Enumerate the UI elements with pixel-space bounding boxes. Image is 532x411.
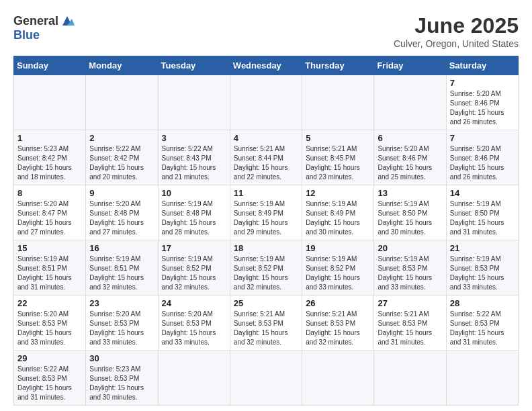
sunrise-text: Sunrise: 5:19 AM xyxy=(234,255,298,264)
daylight-hours: Daylight: 15 hours xyxy=(450,218,515,228)
logo: General Blue xyxy=(13,13,75,42)
daylight-hours: Daylight: 15 hours xyxy=(89,163,154,173)
day-number: 19 xyxy=(306,243,370,253)
daylight-hours: Daylight: 15 hours xyxy=(17,273,82,283)
sunset-text: Sunset: 8:43 PM xyxy=(162,154,226,163)
table-row: 21Sunrise: 5:19 AMSunset: 8:53 PMDayligh… xyxy=(446,240,518,295)
daylight-minutes: and 32 minutes. xyxy=(89,283,154,292)
sunset-text: Sunset: 8:53 PM xyxy=(450,264,515,273)
daylight-hours: Daylight: 15 hours xyxy=(17,328,82,338)
day-info: Sunrise: 5:19 AMSunset: 8:52 PMDaylight:… xyxy=(162,255,226,292)
sunset-text: Sunset: 8:53 PM xyxy=(162,319,226,328)
sunrise-text: Sunrise: 5:19 AM xyxy=(378,255,442,264)
day-info: Sunrise: 5:19 AMSunset: 8:51 PMDaylight:… xyxy=(89,255,154,292)
sunrise-text: Sunrise: 5:22 AM xyxy=(450,310,515,319)
daylight-minutes: and 20 minutes. xyxy=(89,173,154,182)
day-info: Sunrise: 5:23 AMSunset: 8:53 PMDaylight:… xyxy=(89,365,154,402)
sunset-text: Sunset: 8:46 PM xyxy=(450,154,515,163)
day-number: 5 xyxy=(306,133,370,143)
table-row xyxy=(14,75,86,130)
sunset-text: Sunset: 8:53 PM xyxy=(17,319,82,328)
sunrise-text: Sunrise: 5:20 AM xyxy=(17,310,82,319)
daylight-hours: Daylight: 15 hours xyxy=(89,218,154,228)
table-row: 6Sunrise: 5:20 AMSunset: 8:46 PMDaylight… xyxy=(374,130,446,185)
table-row: 20Sunrise: 5:19 AMSunset: 8:53 PMDayligh… xyxy=(374,240,446,295)
table-row xyxy=(230,75,302,130)
day-info: Sunrise: 5:23 AMSunset: 8:42 PMDaylight:… xyxy=(17,144,82,182)
daylight-hours: Daylight: 15 hours xyxy=(89,328,154,338)
daylight-hours: Daylight: 15 hours xyxy=(162,218,226,228)
sunrise-text: Sunrise: 5:21 AM xyxy=(306,144,370,154)
sunrise-text: Sunrise: 5:19 AM xyxy=(162,199,226,209)
table-row: 12Sunrise: 5:19 AMSunset: 8:49 PMDayligh… xyxy=(302,185,374,240)
sunset-text: Sunset: 8:42 PM xyxy=(89,154,154,163)
table-row: 13Sunrise: 5:19 AMSunset: 8:50 PMDayligh… xyxy=(374,185,446,240)
daylight-minutes: and 26 minutes. xyxy=(450,118,515,127)
table-row: 3Sunrise: 5:22 AMSunset: 8:43 PMDaylight… xyxy=(158,130,230,185)
sunrise-text: Sunrise: 5:21 AM xyxy=(378,310,442,319)
daylight-minutes: and 33 minutes. xyxy=(17,338,82,347)
day-info: Sunrise: 5:19 AMSunset: 8:52 PMDaylight:… xyxy=(306,255,370,292)
daylight-minutes: and 29 minutes. xyxy=(234,228,298,237)
calendar-row: 15Sunrise: 5:19 AMSunset: 8:51 PMDayligh… xyxy=(14,240,519,295)
sunset-text: Sunset: 8:53 PM xyxy=(234,319,298,328)
daylight-minutes: and 22 minutes. xyxy=(234,173,298,182)
daylight-minutes: and 33 minutes. xyxy=(378,283,442,292)
sunrise-text: Sunrise: 5:19 AM xyxy=(162,255,226,264)
table-row xyxy=(230,351,302,406)
sunset-text: Sunset: 8:44 PM xyxy=(234,154,298,163)
daylight-hours: Daylight: 15 hours xyxy=(378,328,442,338)
daylight-minutes: and 32 minutes. xyxy=(162,283,226,292)
table-row xyxy=(446,351,518,406)
sunrise-text: Sunrise: 5:19 AM xyxy=(378,199,442,209)
table-row xyxy=(158,351,230,406)
day-number: 29 xyxy=(17,353,82,363)
daylight-minutes: and 31 minutes. xyxy=(17,283,82,292)
sunset-text: Sunset: 8:53 PM xyxy=(306,319,370,328)
table-row: 11Sunrise: 5:19 AMSunset: 8:49 PMDayligh… xyxy=(230,185,302,240)
day-info: Sunrise: 5:21 AMSunset: 8:53 PMDaylight:… xyxy=(234,310,298,347)
day-info: Sunrise: 5:19 AMSunset: 8:49 PMDaylight:… xyxy=(306,199,370,237)
sunset-text: Sunset: 8:48 PM xyxy=(162,209,226,218)
sunset-text: Sunset: 8:49 PM xyxy=(234,209,298,218)
logo-blue-text: Blue xyxy=(13,28,40,42)
sunset-text: Sunset: 8:45 PM xyxy=(306,154,370,163)
daylight-minutes: and 26 minutes. xyxy=(450,173,515,182)
logo-icon xyxy=(60,13,75,28)
daylight-hours: Daylight: 15 hours xyxy=(306,218,370,228)
day-info: Sunrise: 5:19 AMSunset: 8:49 PMDaylight:… xyxy=(234,199,298,237)
day-number: 9 xyxy=(89,188,154,198)
day-number: 24 xyxy=(162,298,226,308)
col-thursday: Thursday xyxy=(302,56,374,75)
table-row: 8Sunrise: 5:20 AMSunset: 8:47 PMDaylight… xyxy=(14,185,86,240)
sunset-text: Sunset: 8:53 PM xyxy=(89,374,154,383)
table-row xyxy=(374,351,446,406)
daylight-hours: Daylight: 15 hours xyxy=(450,273,515,283)
day-info: Sunrise: 5:22 AMSunset: 8:53 PMDaylight:… xyxy=(17,365,82,402)
daylight-hours: Daylight: 15 hours xyxy=(378,218,442,228)
sunrise-text: Sunrise: 5:21 AM xyxy=(234,144,298,154)
sunrise-text: Sunrise: 5:20 AM xyxy=(450,89,515,99)
header: General Blue June 2025 Culver, Oregon, U… xyxy=(13,13,519,49)
daylight-hours: Daylight: 15 hours xyxy=(17,218,82,228)
daylight-minutes: and 32 minutes. xyxy=(306,338,370,347)
table-row: 17Sunrise: 5:19 AMSunset: 8:52 PMDayligh… xyxy=(158,240,230,295)
daylight-hours: Daylight: 15 hours xyxy=(378,163,442,173)
day-info: Sunrise: 5:19 AMSunset: 8:50 PMDaylight:… xyxy=(450,199,515,237)
daylight-hours: Daylight: 15 hours xyxy=(234,328,298,338)
day-info: Sunrise: 5:21 AMSunset: 8:44 PMDaylight:… xyxy=(234,144,298,182)
daylight-minutes: and 18 minutes. xyxy=(17,173,82,182)
sunrise-text: Sunrise: 5:22 AM xyxy=(17,365,82,374)
sunrise-text: Sunrise: 5:20 AM xyxy=(450,144,515,154)
day-number: 27 xyxy=(378,298,442,308)
sunrise-text: Sunrise: 5:19 AM xyxy=(450,199,515,209)
sunrise-text: Sunrise: 5:21 AM xyxy=(234,310,298,319)
daylight-hours: Daylight: 15 hours xyxy=(450,328,515,338)
sunrise-text: Sunrise: 5:23 AM xyxy=(17,144,82,154)
daylight-minutes: and 27 minutes. xyxy=(89,228,154,237)
day-number: 2 xyxy=(89,133,154,143)
sunset-text: Sunset: 8:50 PM xyxy=(450,209,515,218)
day-info: Sunrise: 5:19 AMSunset: 8:48 PMDaylight:… xyxy=(162,199,226,237)
sunrise-text: Sunrise: 5:19 AM xyxy=(450,255,515,264)
daylight-minutes: and 32 minutes. xyxy=(234,338,298,347)
